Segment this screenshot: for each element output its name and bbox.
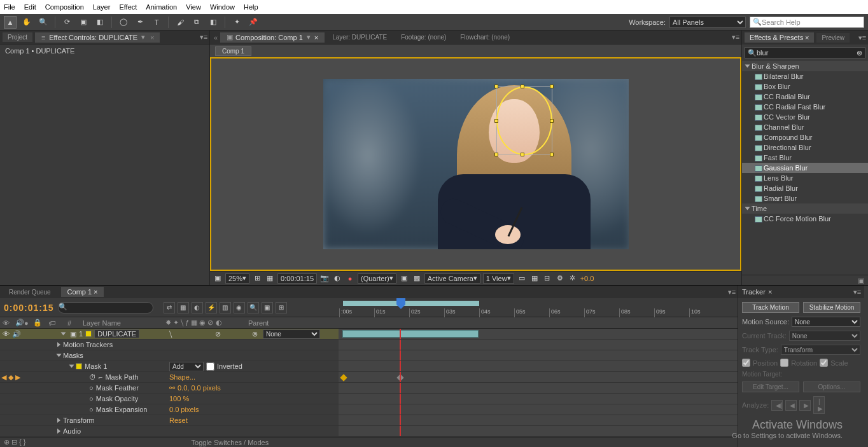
mask-handle[interactable] [494, 85, 498, 88]
mask-feather-row[interactable]: ○Mask Feather ⚯ 0.0, 0.0 pixels [0, 383, 738, 394]
tl-icon[interactable]: ▥ [220, 302, 231, 313]
keyframe-nav[interactable]: ◀ ◆ ▶ [1, 373, 20, 382]
mask-mode-select[interactable]: Add [169, 362, 204, 371]
close-icon[interactable]: × [768, 288, 772, 296]
project-tab[interactable]: Project [3, 32, 32, 42]
disclosure-icon[interactable] [61, 333, 66, 336]
camera-tool[interactable]: ▣ [77, 16, 90, 29]
transform-row[interactable]: Transform Reset [0, 415, 738, 426]
timeline-comp-tab[interactable]: Comp 1 × [61, 287, 104, 297]
dropdown-icon[interactable]: ▾ [305, 34, 312, 41]
magnify-icon[interactable]: ▣ [213, 273, 223, 284]
mask-path-value[interactable]: Shape... [169, 373, 252, 381]
tl-icon[interactable]: ⊞ [276, 302, 287, 313]
menu-edit[interactable]: Edit [24, 3, 36, 11]
effect-item[interactable]: Smart Blur [742, 193, 868, 203]
stopwatch-icon[interactable]: ○ [89, 406, 94, 413]
channel-icon[interactable]: ◐ [332, 273, 342, 284]
motion-source-select[interactable]: None [792, 317, 860, 327]
type-tool[interactable]: T [150, 16, 163, 29]
selection-tool[interactable]: ▲ [4, 16, 17, 29]
layer-bar[interactable] [342, 330, 479, 338]
mask-path-row[interactable]: ◀ ◆ ▶ ⏱⌐Mask Path Shape... [0, 372, 738, 383]
fast-preview-icon[interactable]: ▦ [529, 273, 540, 284]
menu-help[interactable]: Help [244, 3, 258, 11]
hand-tool[interactable]: ✋ [20, 16, 33, 29]
camera-select[interactable]: Active Camera ▾ [424, 273, 480, 284]
flowchart-tab[interactable]: Flowchart: (none) [454, 32, 516, 42]
composition-viewer[interactable] [210, 57, 741, 271]
time-ruler[interactable]: :00s 01s 02s 03s 04s 05s 06s 07s 08s 09s… [339, 298, 738, 317]
region-icon[interactable]: ▣ [399, 273, 409, 284]
toggle-icon[interactable]: ⊕ ⊟ { } [4, 438, 26, 446]
stopwatch-icon[interactable]: ○ [89, 384, 94, 392]
disclosure-icon[interactable] [57, 354, 62, 357]
effects-search[interactable]: 🔍 ⊗ [745, 47, 865, 58]
layer-name[interactable]: DUPLICATE [94, 329, 139, 338]
new-bin-icon[interactable]: ▣ [858, 278, 864, 284]
current-time-indicator[interactable] [400, 298, 405, 309]
menu-view[interactable]: View [186, 3, 201, 11]
timeline-search[interactable]: 🔍 [58, 302, 153, 313]
transparency-icon[interactable]: ▩ [412, 273, 422, 284]
current-time[interactable]: 0:00:01:15 [277, 273, 317, 284]
rotation-tool[interactable]: ⟳ [60, 16, 73, 29]
tl-icon[interactable]: ▦ [178, 302, 189, 313]
mask-ellipse[interactable] [496, 86, 552, 155]
effect-item[interactable]: CC Vector Blur [742, 112, 868, 122]
mask-color[interactable] [76, 363, 82, 369]
mask-handle[interactable] [494, 119, 498, 123]
layer-color[interactable] [85, 331, 92, 337]
stabilize-button[interactable]: Stabilize Motion [803, 302, 860, 313]
effect-item[interactable]: CC Radial Fast Blur [742, 102, 868, 112]
arrow-left-icon[interactable]: « [213, 34, 219, 41]
link-icon[interactable]: ⚯ [169, 384, 175, 392]
playhead[interactable] [400, 329, 401, 339]
stopwatch-icon[interactable]: ○ [89, 395, 94, 402]
panel-menu-icon[interactable]: ▾≡ [854, 289, 860, 295]
close-icon[interactable]: × [150, 34, 154, 41]
pixel-aspect-icon[interactable]: ▭ [517, 273, 527, 284]
resolution-icon[interactable]: ⊞ [252, 273, 262, 284]
mask-handle[interactable] [550, 85, 554, 88]
disclosure-icon[interactable] [57, 429, 60, 434]
panel-menu-icon[interactable]: ▾≡ [732, 34, 739, 41]
motion-trackers-row[interactable]: Motion Trackers [0, 340, 738, 350]
tl-icon[interactable]: ◉ [234, 302, 245, 313]
rect-tool[interactable]: ◯ [117, 16, 130, 29]
puppet-tool[interactable]: 📌 [247, 16, 260, 29]
effects-category[interactable]: Time [742, 203, 868, 214]
panel-menu-icon[interactable]: ▾≡ [859, 34, 865, 41]
effect-item[interactable]: Lens Blur [742, 173, 868, 183]
effect-item[interactable]: Radial Blur [742, 183, 868, 193]
toggle-switches[interactable]: Toggle Switches / Modes [192, 439, 269, 446]
views-select[interactable]: 1 View ▾ [483, 273, 514, 284]
effect-item[interactable]: CC Radial Blur [742, 92, 868, 102]
parent-select[interactable]: None [263, 329, 320, 339]
masks-row[interactable]: Masks [0, 350, 738, 361]
quality-select[interactable]: (Quarter) ▾ [358, 273, 396, 284]
effect-item[interactable]: Channel Blur [742, 122, 868, 132]
audio-row[interactable]: Audio [0, 426, 738, 437]
eraser-tool[interactable]: ◧ [207, 16, 220, 29]
effect-item[interactable]: Box Blur [742, 81, 868, 92]
effect-item[interactable]: Fast Blur [742, 153, 868, 163]
effect-item-gaussian[interactable]: Gaussian Blur [742, 163, 868, 173]
close-icon[interactable]: × [805, 34, 809, 41]
exposure-icon[interactable]: ✲ [568, 273, 578, 284]
work-area-bar[interactable] [343, 301, 479, 306]
effect-item[interactable]: Directional Blur [742, 142, 868, 153]
red-channel-icon[interactable]: ● [345, 273, 355, 284]
feather-value[interactable]: 0.0, 0.0 pixels [178, 384, 221, 392]
tl-icon[interactable]: ⇄ [164, 302, 175, 313]
opacity-value[interactable]: 100 % [169, 395, 252, 402]
layer-row[interactable]: 👁🔊 ▣ 1 DUPLICATE ⧹⊘ ⊚None [0, 329, 738, 340]
mask-handle[interactable] [521, 153, 524, 156]
footage-tab[interactable]: Footage: (none) [395, 32, 452, 42]
menu-file[interactable]: File [4, 3, 15, 11]
composition-tab[interactable]: ▣ Composition: Comp 1 ▾ × [220, 32, 325, 43]
comp-chip[interactable]: Comp 1 [215, 46, 251, 56]
mask-handle[interactable] [494, 153, 498, 156]
close-icon[interactable]: × [314, 34, 318, 41]
keyframe[interactable] [340, 374, 347, 381]
